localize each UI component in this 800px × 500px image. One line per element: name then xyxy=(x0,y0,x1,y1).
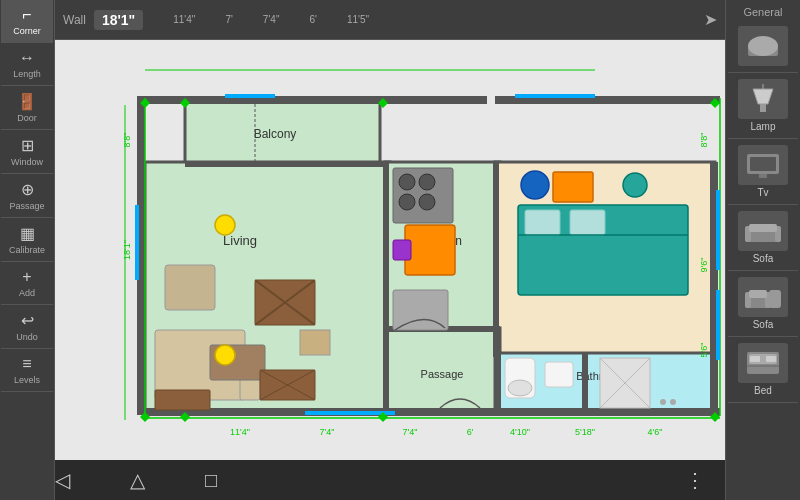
tv-icon xyxy=(738,145,788,185)
tool-window[interactable]: ⊞ Window xyxy=(1,130,53,174)
length-label: Length xyxy=(13,69,41,79)
door-label: Door xyxy=(17,113,37,123)
svg-text:8'8": 8'8" xyxy=(122,133,132,148)
dim-top-1: 7' xyxy=(225,14,232,25)
tool-length[interactable]: ↔ Length xyxy=(1,43,53,86)
passage-icon: ⊕ xyxy=(21,180,34,199)
general-icon xyxy=(738,26,788,66)
svg-rect-21 xyxy=(495,352,501,412)
canvas-area[interactable]: Balcony Living Kitchen Bedroom Passage B… xyxy=(55,40,725,460)
floor-plan-svg: Balcony Living Kitchen Bedroom Passage B… xyxy=(55,40,725,460)
top-bar-left: Wall 18'1" xyxy=(63,10,143,30)
arrow-right-icon: ➤ xyxy=(704,10,717,29)
dim-top-4: 11'5" xyxy=(347,14,369,25)
add-icon: + xyxy=(22,268,31,286)
dim-top-2: 7'4" xyxy=(263,14,280,25)
svg-rect-112 xyxy=(766,356,776,362)
tv-label: Tv xyxy=(757,187,768,198)
right-item-sofa1[interactable]: Sofa xyxy=(728,205,798,271)
svg-rect-44 xyxy=(300,330,330,355)
passage-label: Passage xyxy=(9,201,44,211)
svg-text:5'6": 5'6" xyxy=(699,343,709,358)
svg-rect-50 xyxy=(155,390,210,410)
svg-point-55 xyxy=(399,174,415,190)
svg-rect-95 xyxy=(760,104,766,112)
tool-undo[interactable]: ↩ Undo xyxy=(1,305,53,349)
svg-text:9'6": 9'6" xyxy=(699,258,709,273)
right-item-lamp[interactable]: Lamp xyxy=(728,73,798,139)
home-button[interactable]: △ xyxy=(130,468,145,492)
corner-icon: ⌐ xyxy=(22,6,31,24)
lamp-icon xyxy=(738,79,788,119)
svg-rect-60 xyxy=(393,240,411,260)
dim-top-0: 11'4" xyxy=(173,14,195,25)
right-panel-header: General xyxy=(726,0,800,20)
length-icon: ↔ xyxy=(19,49,35,67)
left-toolbar: ⌐ Corner ↔ Length 🚪 Door ⊞ Window ⊕ Pass… xyxy=(0,0,55,500)
svg-point-56 xyxy=(419,174,435,190)
top-bar: Wall 18'1" 11'4" 7' 7'4" 6' 11'5" ➤ xyxy=(55,0,725,40)
svg-rect-24 xyxy=(582,352,588,412)
svg-rect-19 xyxy=(383,162,389,412)
right-item-sofa2[interactable]: Sofa xyxy=(728,271,798,337)
add-label: Add xyxy=(19,288,35,298)
dim-top-3: 6' xyxy=(309,14,316,25)
corner-label: Corner xyxy=(13,26,41,36)
sofa2-icon xyxy=(738,277,788,317)
svg-point-75 xyxy=(660,399,666,405)
right-item-tv[interactable]: Tv xyxy=(728,139,798,205)
svg-text:Passage: Passage xyxy=(421,368,464,380)
wall-label: Wall xyxy=(63,13,86,27)
svg-text:7'4": 7'4" xyxy=(403,427,418,437)
svg-rect-43 xyxy=(165,265,215,310)
calibrate-icon: ▦ xyxy=(20,224,35,243)
levels-label: Levels xyxy=(14,375,40,385)
right-item-general[interactable] xyxy=(728,20,798,73)
recent-button[interactable]: □ xyxy=(205,469,217,492)
bottom-bar: ◁ △ □ ⋮ xyxy=(55,460,725,500)
svg-text:6': 6' xyxy=(467,427,474,437)
svg-point-70 xyxy=(508,380,532,396)
svg-point-64 xyxy=(623,173,647,197)
sofa1-icon xyxy=(738,211,788,251)
svg-point-46 xyxy=(215,345,235,365)
calibrate-label: Calibrate xyxy=(9,245,45,255)
svg-rect-107 xyxy=(749,290,767,298)
door-icon: 🚪 xyxy=(17,92,37,111)
svg-point-62 xyxy=(521,171,549,199)
main-area: Wall 18'1" 11'4" 7' 7'4" 6' 11'5" ➤ xyxy=(55,0,725,500)
svg-point-58 xyxy=(419,194,435,210)
svg-rect-23 xyxy=(493,162,499,357)
svg-rect-66 xyxy=(525,210,560,235)
svg-text:5'18": 5'18" xyxy=(575,427,595,437)
undo-icon: ↩ xyxy=(21,311,34,330)
svg-point-57 xyxy=(399,194,415,210)
svg-rect-14 xyxy=(145,408,720,416)
bed-icon xyxy=(738,343,788,383)
window-label: Window xyxy=(11,157,43,167)
sofa1-label: Sofa xyxy=(753,253,774,264)
lamp-label: Lamp xyxy=(750,121,775,132)
svg-text:7'4": 7'4" xyxy=(320,427,335,437)
right-item-bed[interactable]: Bed xyxy=(728,337,798,403)
sofa2-label: Sofa xyxy=(753,319,774,330)
svg-point-45 xyxy=(215,215,235,235)
menu-button[interactable]: ⋮ xyxy=(685,468,725,492)
levels-icon: ≡ xyxy=(22,355,31,373)
back-button[interactable]: ◁ xyxy=(55,468,70,492)
tool-passage[interactable]: ⊕ Passage xyxy=(1,174,53,218)
tool-corner[interactable]: ⌐ Corner xyxy=(1,0,53,43)
undo-label: Undo xyxy=(16,332,38,342)
svg-rect-111 xyxy=(750,356,760,362)
tool-door[interactable]: 🚪 Door xyxy=(1,86,53,130)
wall-value: 18'1" xyxy=(94,10,143,30)
svg-text:8'8": 8'8" xyxy=(699,133,709,148)
tool-levels[interactable]: ≡ Levels xyxy=(1,349,53,392)
window-icon: ⊞ xyxy=(21,136,34,155)
svg-rect-99 xyxy=(759,174,767,178)
svg-rect-108 xyxy=(769,290,781,308)
svg-rect-63 xyxy=(553,172,593,202)
tool-add[interactable]: + Add xyxy=(1,262,53,305)
tool-calibrate[interactable]: ▦ Calibrate xyxy=(1,218,53,262)
svg-rect-22 xyxy=(185,162,385,167)
